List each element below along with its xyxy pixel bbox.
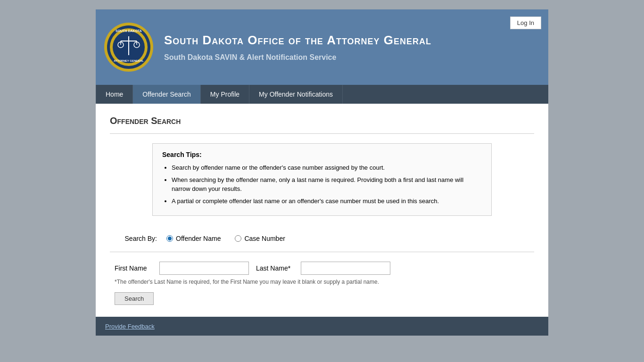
radio-offender-name-input[interactable] (166, 235, 173, 242)
search-tips-box: Search Tips: Search by offender name or … (152, 143, 492, 216)
search-by-row: Search By: Offender Name Case Number (110, 230, 534, 247)
radio-case-number-label: Case Number (244, 235, 285, 242)
last-name-input[interactable] (301, 262, 390, 275)
title-divider (110, 133, 534, 134)
name-fields-row: First Name Last Name* (110, 262, 534, 275)
tips-list: Search by offender name or the offender'… (162, 163, 482, 206)
nav-my-profile[interactable]: My Profile (201, 85, 249, 104)
radio-offender-name[interactable]: Offender Name (166, 235, 221, 242)
nav-home[interactable]: Home (96, 85, 133, 104)
navigation: Home Offender Search My Profile My Offen… (96, 85, 548, 104)
form-divider (110, 252, 534, 252)
radio-case-number[interactable]: Case Number (235, 235, 285, 242)
provide-feedback-link[interactable]: Provide Feedback (105, 323, 155, 330)
agency-seal: SOUTH DAKOTA ATTORNEY GENERAL (103, 21, 155, 73)
agency-title: South Dakota Office of the Attorney Gene… (164, 33, 541, 49)
radio-group: Offender Name Case Number (166, 235, 285, 242)
login-button[interactable]: Log In (510, 16, 541, 29)
radio-offender-name-label: Offender Name (176, 235, 221, 242)
header: SOUTH DAKOTA ATTORNEY GENERAL South Dako… (96, 9, 548, 85)
nav-offender-search[interactable]: Offender Search (133, 85, 200, 104)
tip-1: Search by offender name or the offender'… (172, 163, 482, 173)
svg-text:ATTORNEY GENERAL: ATTORNEY GENERAL (114, 59, 144, 62)
page-title: Offender Search (110, 115, 534, 126)
svg-text:SOUTH DAKOTA: SOUTH DAKOTA (116, 29, 142, 33)
main-content: Offender Search Search Tips: Search by o… (96, 104, 548, 317)
first-name-input[interactable] (159, 262, 249, 275)
nav-my-offender-notifications[interactable]: My Offender Notifications (249, 85, 343, 104)
tip-3: A partial or complete offender last name… (172, 197, 482, 206)
last-name-label: Last Name* (256, 264, 294, 272)
service-subtitle: South Dakota SAVIN & Alert Notification … (164, 53, 541, 62)
header-text: South Dakota Office of the Attorney Gene… (164, 33, 541, 62)
first-name-label: First Name (115, 264, 152, 272)
tips-heading: Search Tips: (162, 151, 482, 158)
hint-text: *The offender's Last Name is required, f… (115, 279, 534, 285)
footer: Provide Feedback (96, 317, 548, 336)
search-button[interactable]: Search (115, 292, 154, 305)
tip-2: When searching by the offender name, onl… (172, 175, 482, 194)
search-by-label: Search By: (110, 235, 157, 242)
radio-case-number-input[interactable] (235, 235, 241, 242)
